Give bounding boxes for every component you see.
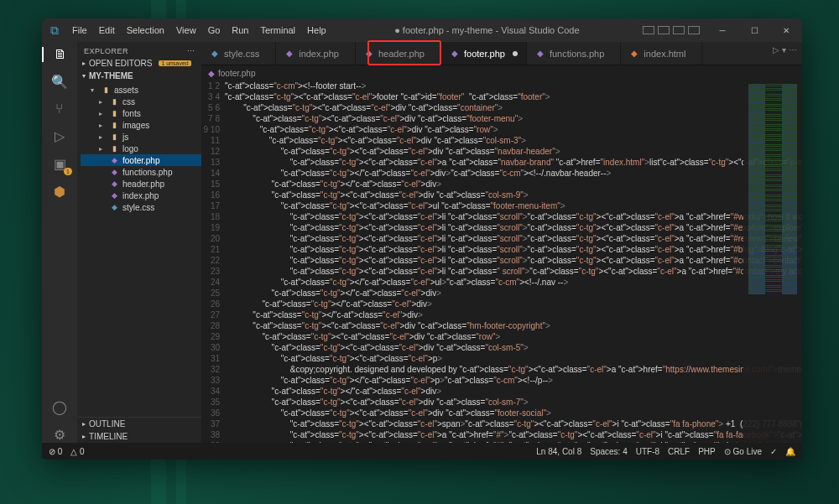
tree-label: header.php <box>122 179 164 189</box>
tree-label: logo <box>122 144 138 153</box>
status-warnings[interactable]: △ 0 <box>70 447 84 456</box>
tree-item-footer-php[interactable]: ◆footer.php <box>81 154 201 166</box>
tree-item-style-css[interactable]: ◆style.css <box>81 201 201 213</box>
menu-go[interactable]: Go <box>203 25 226 35</box>
folder-icon: ▮ <box>109 108 119 118</box>
status-5[interactable]: ⊙ Go Live <box>724 447 762 456</box>
tab-index-php[interactable]: ◆index.php <box>276 42 356 65</box>
html-file-icon: ◆ <box>629 49 639 59</box>
extensions-icon[interactable]: ▣1 <box>42 156 77 172</box>
menu-terminal[interactable]: Terminal <box>256 25 301 35</box>
tab-functions-php[interactable]: ◆functions.php <box>527 42 621 65</box>
tree-item-logo[interactable]: ▸▮logo <box>81 143 201 154</box>
tree-label: style.css <box>122 203 154 212</box>
open-editors-section[interactable]: ▸OPEN EDITORS 1 unsaved <box>77 57 201 70</box>
tree-label: images <box>122 121 149 130</box>
settings-gear-icon[interactable]: ⚙ <box>42 427 77 443</box>
tree-item-css[interactable]: ▸▮css <box>81 96 201 107</box>
chevron-icon: ▸ <box>99 98 106 106</box>
modified-dot-icon <box>513 51 518 56</box>
folder-icon: ▮ <box>101 85 111 95</box>
tab-actions[interactable]: ▷ ▾ ⋯ <box>773 45 797 55</box>
php-icon: ◆ <box>109 190 119 200</box>
notifications-bell-icon[interactable]: 🔔 <box>785 447 795 456</box>
unsaved-badge: 1 unsaved <box>159 60 190 66</box>
tab-label: header.php <box>378 49 425 59</box>
status-0[interactable]: Ln 84, Col 8 <box>536 447 581 456</box>
menu-view[interactable]: View <box>171 25 201 35</box>
folder-icon: ▮ <box>109 132 119 142</box>
chevron-icon: ▸ <box>99 145 106 153</box>
status-6[interactable]: ✓ <box>770 447 777 456</box>
more-icon[interactable]: ⋯ <box>187 47 195 55</box>
menu-run[interactable]: Run <box>227 25 253 35</box>
vscode-logo-icon: ⧉ <box>42 23 67 38</box>
tree-item-fonts[interactable]: ▸▮fonts <box>81 107 201 119</box>
outline-section[interactable]: ▸OUTLINE <box>77 418 201 430</box>
editor-area: ◆style.css◆index.php◆header.php◆footer.p… <box>201 42 802 443</box>
close-button[interactable]: ✕ <box>770 18 802 42</box>
minimize-button[interactable]: ─ <box>706 18 738 42</box>
explorer-sidebar: EXPLORER⋯ ▸OPEN EDITORS 1 unsaved ▾MY-TH… <box>77 42 201 443</box>
tree-label: functions.php <box>122 168 173 177</box>
tab-style-css[interactable]: ◆style.css <box>201 42 276 65</box>
status-errors[interactable]: ⊘ 0 <box>49 447 62 456</box>
php-file-icon: ◆ <box>208 69 215 78</box>
minimap[interactable] <box>743 81 802 443</box>
status-3[interactable]: CRLF <box>668 447 690 456</box>
code-editor[interactable]: 1 2 3 4 5 6 7 8 9 10 11 12 13 14 15 16 1… <box>201 81 802 443</box>
php-file-icon: ◆ <box>450 49 460 59</box>
tree-label: assets <box>114 86 138 95</box>
status-2[interactable]: UTF-8 <box>636 447 659 456</box>
status-1[interactable]: Spaces: 4 <box>590 447 627 456</box>
tree-item-images[interactable]: ▸▮images <box>81 119 201 131</box>
menu-selection[interactable]: Selection <box>122 25 169 35</box>
menu-help[interactable]: Help <box>302 25 331 35</box>
php-file-icon: ◆ <box>364 49 374 59</box>
maximize-button[interactable]: ☐ <box>738 18 770 42</box>
tree-item-index-php[interactable]: ◆index.php <box>81 190 201 201</box>
menu-file[interactable]: File <box>67 25 92 35</box>
main-menu: FileEditSelectionViewGoRunTerminalHelp <box>67 25 331 35</box>
php-icon: ◆ <box>109 167 119 177</box>
tab-header-php[interactable]: ◆header.php <box>356 42 441 65</box>
status-4[interactable]: PHP <box>698 447 716 456</box>
editor-tabs: ◆style.css◆index.php◆header.php◆footer.p… <box>201 42 802 65</box>
accounts-icon[interactable]: ◯ <box>42 399 77 415</box>
folder-icon: ▮ <box>109 120 119 130</box>
tab-index-html[interactable]: ◆index.html <box>621 42 702 65</box>
code-content[interactable]: "c-at">class="c-cm"><!--footer start--> … <box>225 81 802 443</box>
chevron-icon: ▸ <box>99 122 106 129</box>
tab-label: index.php <box>299 49 339 59</box>
remote-icon[interactable]: ⬢ <box>42 184 77 200</box>
breadcrumb[interactable]: ◆ footer.php <box>201 65 802 81</box>
search-icon[interactable]: 🔍 <box>42 74 77 90</box>
explorer-icon[interactable]: 🗎 <box>42 47 77 62</box>
tab-footer-php[interactable]: ◆footer.php <box>441 42 527 65</box>
line-gutter: 1 2 3 4 5 6 7 8 9 10 11 12 13 14 15 16 1… <box>201 81 225 443</box>
timeline-section[interactable]: ▸TIMELINE <box>77 430 201 443</box>
explorer-title: EXPLORER⋯ <box>77 42 201 57</box>
run-debug-icon[interactable]: ▷ <box>42 128 77 144</box>
tree-item-js[interactable]: ▸▮js <box>81 131 201 143</box>
tree-label: footer.php <box>122 156 159 165</box>
project-section[interactable]: ▾MY-THEME <box>77 70 201 82</box>
php-file-icon: ◆ <box>284 49 294 59</box>
titlebar: ⧉ FileEditSelectionViewGoRunTerminalHelp… <box>42 18 802 42</box>
tab-label: index.html <box>644 49 685 59</box>
chevron-icon: ▾ <box>91 86 97 94</box>
tree-label: js <box>122 132 128 142</box>
layout-controls[interactable] <box>643 26 700 34</box>
source-control-icon[interactable]: ⑂ <box>42 101 77 117</box>
menu-edit[interactable]: Edit <box>94 25 120 35</box>
window-controls: ─ ☐ ✕ <box>706 18 802 42</box>
folder-icon: ▮ <box>109 96 119 107</box>
tree-label: css <box>122 97 135 107</box>
tab-label: style.css <box>224 49 259 59</box>
chevron-icon: ▸ <box>99 133 106 141</box>
tree-item-assets[interactable]: ▾▮assets <box>81 84 201 96</box>
tree-label: index.php <box>122 191 159 200</box>
css-file-icon: ◆ <box>210 49 220 59</box>
tree-item-functions-php[interactable]: ◆functions.php <box>81 166 201 178</box>
tree-item-header-php[interactable]: ◆header.php <box>81 178 201 190</box>
